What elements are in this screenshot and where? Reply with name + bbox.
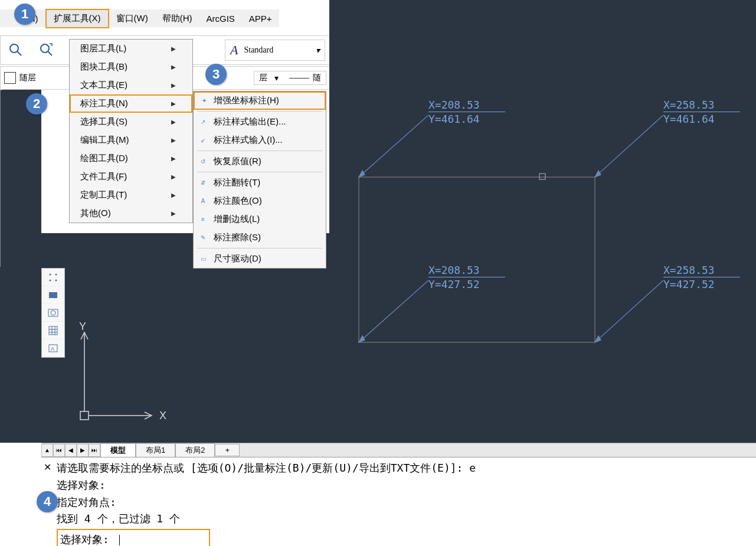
cmd-history-line: 找到 4 个，已过滤 1 个 [57, 511, 754, 528]
menu-extend-tools[interactable]: 扩展工具(X) [45, 9, 109, 28]
menu-arcgis[interactable]: ArcGIS [199, 11, 241, 27]
tab-model[interactable]: 模型 [100, 443, 136, 457]
menu-other[interactable]: 其他(O)▶ [70, 204, 192, 223]
step-badge-1: 1 [14, 4, 35, 25]
drive-icon: ▭ [198, 254, 208, 264]
erase-icon: ✎ [198, 233, 208, 243]
tool-grid[interactable] [42, 322, 64, 339]
submenu-restore[interactable]: ↺恢复原值(R) [194, 152, 326, 171]
dimension-tools-submenu: ✦增强坐标标注(H) ↗标注样式输出(E)... ↙标注样式输入(I)... ↺… [193, 91, 326, 269]
line-sample-icon [289, 78, 309, 79]
submenu-arrow-icon: ▶ [171, 155, 176, 162]
coord-label-bottom-right: X=258.53 Y=427.52 [663, 263, 740, 292]
tool-rect-fill[interactable] [42, 286, 64, 304]
svg-marker-11 [359, 336, 365, 342]
command-line-panel: ✕ 请选取需要标注的坐标点或 [选项(O)/批量标注(B)/更新(U)/导出到T… [41, 457, 756, 546]
submenu-style-import[interactable]: ↙标注样式输入(I)... [194, 131, 326, 149]
menu-separator [197, 151, 322, 151]
cmd-history-line: 请选取需要标注的坐标点或 [选项(O)/批量标注(B)/更新(U)/导出到TXT… [57, 460, 754, 477]
menu-window[interactable]: 窗口(W) [109, 10, 155, 27]
menu-app-plus[interactable]: APP+ [242, 11, 279, 27]
menu-edit-tools[interactable]: 编辑工具(M)▶ [70, 131, 192, 149]
drawing-canvas[interactable]: X=208.53 Y=461.64 X=258.53 Y=461.64 X=20… [329, 0, 756, 443]
menu-dimension-tools[interactable]: 标注工具(N)▶ [70, 94, 192, 113]
menu-separator [197, 111, 322, 112]
tab-nav-last[interactable]: ⏭ [89, 444, 100, 457]
submenu-arrow-icon: ▶ [171, 174, 176, 180]
menu-select-tools[interactable]: 选择工具(S)▶ [70, 113, 192, 131]
svg-point-15 [55, 273, 57, 275]
export-icon: ↗ [198, 117, 208, 127]
menu-draw-tools[interactable]: 绘图工具(D)▶ [70, 149, 192, 168]
panel-border [0, 90, 2, 267]
submenu-dim-erase[interactable]: ✎标注擦除(S) [194, 228, 326, 247]
layer-char: 层 [259, 73, 267, 83]
edge-icon: ≡ [198, 215, 208, 224]
submenu-arrow-icon: ▶ [171, 64, 176, 70]
tab-nav-prev[interactable]: ◀ [65, 444, 77, 457]
command-input[interactable]: 选择对象: [57, 529, 210, 546]
svg-marker-9 [595, 171, 601, 177]
svg-line-3 [48, 51, 52, 55]
tool-text-frame[interactable]: A [42, 339, 64, 357]
submenu-add-del-line[interactable]: ≡增删边线(L) [194, 210, 326, 228]
step-badge-4: 4 [37, 491, 58, 512]
svg-point-0 [10, 44, 18, 53]
submenu-style-export[interactable]: ↗标注样式输出(E)... [194, 113, 326, 131]
submenu-enhanced-coord[interactable]: ✦增强坐标标注(H) [194, 91, 326, 110]
step-badge-3: 3 [205, 64, 227, 85]
submenu-color[interactable]: A标注颜色(O) [194, 192, 326, 210]
restore-icon: ↺ [198, 157, 208, 166]
zoom-window-icon[interactable] [5, 40, 27, 61]
menu-separator [197, 248, 322, 249]
tool-points[interactable] [42, 269, 64, 286]
submenu-arrow-icon: ▶ [171, 82, 176, 89]
menu-layer-tools[interactable]: 图层工具(L)▶ [70, 40, 192, 58]
submenu-flip[interactable]: ⇵标注翻转(T) [194, 174, 326, 192]
svg-line-12 [595, 280, 663, 342]
submenu-arrow-icon: ▶ [171, 119, 176, 125]
tab-nav-up[interactable]: ▲ [41, 444, 53, 457]
flip-icon: ⇵ [198, 178, 208, 188]
submenu-size-drive[interactable]: ▭尺寸驱动(D) [194, 250, 326, 268]
layer-bylayer-label: 随层 [19, 73, 36, 83]
layer-selector[interactable]: 层 ▾ 随 [254, 71, 326, 85]
tool-circle[interactable] [42, 304, 64, 322]
svg-text:A: A [51, 346, 54, 352]
tab-layout1[interactable]: 布局1 [136, 443, 175, 457]
menu-separator [197, 172, 322, 172]
zoom-extents-icon[interactable] [36, 40, 57, 61]
svg-rect-4 [359, 177, 595, 342]
menu-block-tools[interactable]: 图块工具(B)▶ [70, 58, 192, 76]
coord-label-top-right: X=258.53 Y=461.64 [663, 98, 740, 126]
ucs-icon: Y X [77, 322, 171, 428]
menu-custom-tools[interactable]: 定制工具(T)▶ [70, 186, 192, 204]
menu-help[interactable]: 帮助(H) [155, 10, 199, 27]
color-icon: A [198, 197, 208, 206]
cmd-history-line: 选择对象: [57, 477, 754, 494]
text-cursor [119, 535, 120, 545]
tab-layout2[interactable]: 布局2 [175, 443, 215, 457]
submenu-arrow-icon: ▶ [171, 45, 176, 52]
svg-point-16 [50, 279, 51, 281]
menu-file-tools[interactable]: 文件工具(F)▶ [70, 168, 192, 186]
text-style-selector[interactable]: A Standard ▾ [225, 40, 325, 61]
layout-tabs: ▲ ⏮ ◀ ▶ ⏭ 模型 布局1 布局2 + [41, 443, 756, 457]
close-icon[interactable]: ✕ [44, 460, 51, 475]
draw-tool-palette: A [41, 268, 65, 358]
import-icon: ↙ [198, 136, 208, 145]
submenu-arrow-icon: ▶ [171, 210, 176, 217]
command-prompt: 选择对象: [60, 533, 109, 545]
menu-text-tools[interactable]: 文本工具(E)▶ [70, 76, 192, 94]
svg-point-20 [51, 310, 55, 315]
tab-add[interactable]: + [215, 444, 240, 456]
tab-nav-first[interactable]: ⏮ [53, 444, 65, 457]
chevron-down-icon: ▾ [274, 73, 279, 83]
submenu-arrow-icon: ▶ [171, 192, 176, 198]
color-swatch[interactable] [4, 72, 16, 84]
svg-point-17 [55, 279, 57, 281]
tab-nav-next[interactable]: ▶ [77, 444, 89, 457]
svg-line-10 [359, 280, 428, 342]
svg-point-2 [41, 44, 49, 53]
svg-line-1 [17, 51, 21, 55]
